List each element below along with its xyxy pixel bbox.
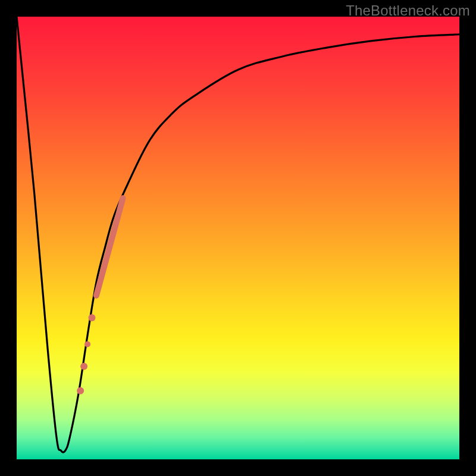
chart-svg — [17, 17, 459, 459]
highlight-dot — [80, 363, 87, 370]
highlight-dot — [84, 342, 90, 347]
highlight-markers — [77, 198, 123, 394]
watermark-text: TheBottleneck.com — [346, 2, 470, 19]
plot-area — [17, 17, 459, 459]
highlight-segment — [96, 198, 123, 296]
highlight-dot — [77, 387, 84, 394]
highlight-dot — [88, 314, 95, 321]
chart-frame: TheBottleneck.com — [0, 0, 476, 476]
bottleneck-curve — [17, 17, 459, 452]
